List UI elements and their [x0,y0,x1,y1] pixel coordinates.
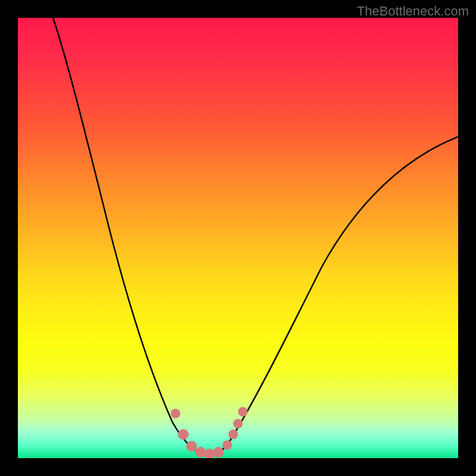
chart-svg [18,18,458,458]
marker-dot [195,447,206,458]
marker-dot [186,441,197,452]
marker-dot [213,447,224,458]
marker-dot [233,419,243,428]
marker-dot [178,429,189,440]
trough-markers [171,407,248,458]
marker-dot [228,430,238,439]
marker-dot [238,407,248,416]
watermark-text: TheBottleneck.com [357,4,469,19]
marker-dot [223,440,232,450]
marker-dot [171,409,180,418]
bottleneck-curve [53,18,458,455]
plot-area [18,18,458,458]
